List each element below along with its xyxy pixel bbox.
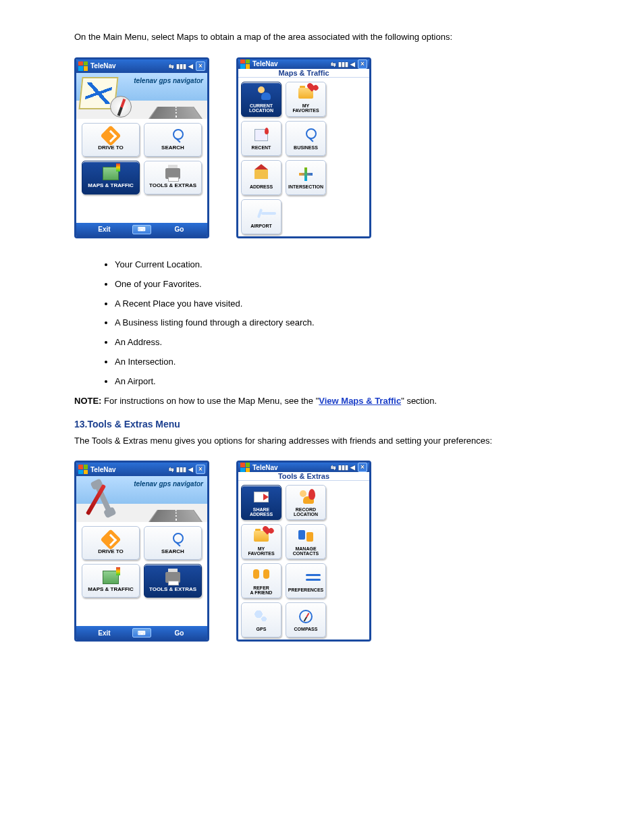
volume-icon[interactable]: ◀ bbox=[348, 60, 356, 68]
app-title: TeleNav bbox=[252, 464, 278, 471]
start-icon[interactable] bbox=[240, 59, 250, 69]
start-icon[interactable] bbox=[240, 463, 250, 472]
view-maps-link[interactable]: View Maps & Traffic bbox=[319, 396, 401, 406]
tile-label: RECENT bbox=[252, 145, 271, 150]
mapmark-icon bbox=[252, 127, 270, 143]
close-icon[interactable]: × bbox=[196, 465, 205, 474]
tile-manage-contacts[interactable]: MANAGE CONTACTS bbox=[286, 524, 326, 559]
bottom-bar: Exit ⌨ Go bbox=[76, 223, 207, 236]
volume-icon[interactable]: ◀ bbox=[186, 465, 194, 473]
mag-icon bbox=[164, 128, 182, 143]
tile-grid: CURRENT LOCATIONMY FAVORITESRECENTBUSINE… bbox=[238, 78, 369, 238]
tile-business[interactable]: BUSINESS bbox=[286, 121, 326, 156]
note-tail: " section. bbox=[401, 396, 437, 406]
maps-icon bbox=[102, 166, 119, 181]
tile-gps[interactable]: GPS bbox=[241, 602, 281, 637]
tile-my-favorites[interactable]: MY FAVORITES bbox=[286, 82, 326, 117]
tile-maps-traffic[interactable]: MAPS & TRAFFIC bbox=[82, 161, 140, 194]
list-item: An Address. bbox=[115, 336, 590, 349]
tile-tools-extras[interactable]: TOOLS & EXTRAS bbox=[144, 564, 202, 598]
title-bar: TeleNav ⇆ ▮▮▮ ◀ × bbox=[76, 59, 207, 73]
tile-label: PREFERENCES bbox=[288, 588, 324, 592]
screen-heading: Maps & Traffic bbox=[238, 69, 369, 78]
brand-text: telenav gps navigator bbox=[134, 480, 203, 488]
tile-label: DRIVE TO bbox=[98, 145, 124, 151]
person-icon bbox=[252, 85, 270, 101]
signal-icon: ▮▮▮ bbox=[177, 62, 185, 70]
tools-illustration bbox=[83, 483, 117, 517]
phone-main-maps: TeleNav ⇆ ▮▮▮ ◀ × telenav gps navigator … bbox=[74, 57, 209, 238]
compass-illustration bbox=[110, 96, 132, 118]
close-icon[interactable]: × bbox=[358, 463, 367, 472]
tile-tools-extras[interactable]: TOOLS & EXTRAS bbox=[144, 161, 202, 194]
tile-drive-to[interactable]: DRIVE TO bbox=[82, 123, 140, 157]
keyboard-icon[interactable]: ⌨ bbox=[132, 225, 151, 234]
tile-label: BUSINESS bbox=[294, 145, 318, 150]
tile-label: TOOLS & EXTRAS bbox=[149, 587, 196, 592]
note-prefix: NOTE: bbox=[74, 396, 101, 406]
tile-label: RECORD LOCATION bbox=[294, 507, 318, 517]
tile-label: SHARE ADDRESS bbox=[250, 507, 273, 517]
exit-button[interactable]: Exit bbox=[76, 226, 132, 233]
tile-record-location[interactable]: RECORD LOCATION bbox=[286, 485, 326, 520]
list-item: An Airport. bbox=[115, 375, 590, 388]
close-icon[interactable]: × bbox=[196, 61, 205, 71]
banner: telenav gps navigator bbox=[76, 73, 207, 119]
go-button[interactable]: Go bbox=[151, 629, 207, 637]
tile-label: CURRENT LOCATION bbox=[249, 103, 273, 113]
tools-intro: The Tools & Extras menu gives you option… bbox=[74, 435, 590, 448]
tile-search[interactable]: SEARCH bbox=[144, 526, 202, 560]
mag-icon bbox=[164, 532, 182, 547]
exit-button[interactable]: Exit bbox=[76, 629, 132, 637]
tile-intersection[interactable]: INTERSECTION bbox=[286, 160, 326, 195]
sat-icon bbox=[252, 608, 270, 625]
start-icon[interactable] bbox=[78, 61, 88, 71]
tile-search[interactable]: SEARCH bbox=[144, 123, 202, 157]
sync-icon: ⇆ bbox=[167, 62, 176, 70]
tile-compass[interactable]: COMPASS bbox=[286, 602, 326, 637]
intro-text: On the Main Menu, select Maps to obtain … bbox=[74, 31, 590, 44]
mag-icon bbox=[297, 127, 315, 143]
tile-drive-to[interactable]: DRIVE TO bbox=[82, 526, 140, 560]
phone-main-tools: TeleNav ⇆ ▮▮▮ ◀ × telenav gps navigator … bbox=[74, 461, 209, 642]
tile-my-favorites[interactable]: MY FAVORITES bbox=[241, 524, 281, 559]
tile-airport[interactable]: AIRPORT bbox=[241, 199, 281, 234]
tile-label: AIRPORT bbox=[250, 224, 272, 228]
screenshot-row-1: TeleNav ⇆ ▮▮▮ ◀ × telenav gps navigator … bbox=[74, 57, 590, 238]
list-item: A Business listing found through a direc… bbox=[115, 317, 590, 330]
banner: telenav gps navigator bbox=[76, 476, 207, 522]
compass-icon bbox=[297, 608, 315, 625]
tile-label: MAPS & TRAFFIC bbox=[88, 587, 134, 592]
sync-icon: ⇆ bbox=[167, 465, 176, 473]
tile-recent[interactable]: RECENT bbox=[241, 121, 281, 156]
maps-icon bbox=[102, 570, 119, 585]
app-title: TeleNav bbox=[252, 60, 278, 68]
tile-preferences[interactable]: PREFERENCES bbox=[286, 563, 326, 598]
tile-address[interactable]: ADDRESS bbox=[241, 160, 281, 195]
printer-icon bbox=[164, 570, 182, 585]
signal-icon: ▮▮▮ bbox=[339, 60, 347, 68]
section-heading-tools: 13.Tools & Extras Menu bbox=[74, 419, 590, 429]
close-icon[interactable]: × bbox=[358, 59, 367, 69]
tile-refer-a-friend[interactable]: REFER A FRIEND bbox=[241, 563, 281, 598]
phone-tools-submenu: TeleNav ⇆ ▮▮▮ ◀ × Tools & Extras SHARE A… bbox=[236, 461, 371, 642]
tile-maps-traffic[interactable]: MAPS & TRAFFIC bbox=[82, 564, 140, 598]
volume-icon[interactable]: ◀ bbox=[348, 463, 356, 471]
app-title: TeleNav bbox=[90, 466, 116, 473]
tile-label: REFER A FRIEND bbox=[250, 585, 273, 595]
tile-label: ADDRESS bbox=[250, 184, 273, 189]
screen-heading: Tools & Extras bbox=[238, 472, 369, 481]
arrow-icon bbox=[102, 532, 119, 547]
keyboard-icon[interactable]: ⌨ bbox=[132, 628, 151, 637]
tile-current-location[interactable]: CURRENT LOCATION bbox=[241, 82, 281, 117]
go-button[interactable]: Go bbox=[151, 226, 207, 233]
tile-label: MY FAVORITES bbox=[292, 103, 319, 113]
signal-icon: ▮▮▮ bbox=[339, 463, 347, 471]
tile-label: SEARCH bbox=[161, 549, 184, 554]
house-icon bbox=[252, 166, 270, 182]
signal-icon: ▮▮▮ bbox=[177, 465, 185, 473]
tile-share-address[interactable]: SHARE ADDRESS bbox=[241, 485, 281, 520]
brand-text: telenav gps navigator bbox=[134, 77, 203, 84]
volume-icon[interactable]: ◀ bbox=[186, 62, 194, 70]
start-icon[interactable] bbox=[78, 465, 88, 474]
